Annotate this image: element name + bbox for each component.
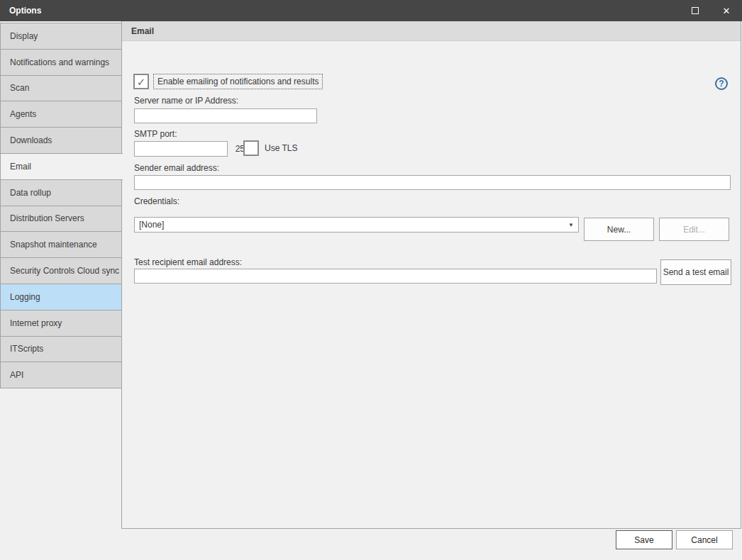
sidebar-item-email[interactable]: Email: [0, 153, 123, 180]
maximize-button[interactable]: [680, 0, 711, 21]
sidebar-item-cloud-sync[interactable]: Security Controls Cloud sync: [0, 257, 122, 284]
sidebar-item-notifications[interactable]: Notifications and warnings: [0, 49, 122, 76]
credentials-dropdown[interactable]: [None] ▼: [134, 217, 579, 233]
help-icon[interactable]: ?: [715, 77, 728, 90]
credentials-value: [None]: [139, 220, 164, 230]
sidebar-item-downloads[interactable]: Downloads: [0, 127, 122, 154]
close-icon: ✕: [723, 6, 731, 16]
credentials-label: Credentials:: [134, 196, 179, 206]
sidebar-item-display[interactable]: Display: [0, 23, 122, 50]
server-name-label: Server name or IP Address:: [134, 96, 238, 106]
use-tls-row: Use TLS: [243, 140, 297, 156]
enable-email-label[interactable]: Enable emailing of notifications and res…: [153, 74, 323, 89]
content-panel: Email ✓ Enable emailing of notifications…: [121, 21, 741, 529]
sidebar-item-snapshot-maintenance[interactable]: Snapshot maintenance: [0, 231, 122, 258]
enable-email-checkbox[interactable]: ✓: [133, 74, 149, 89]
new-credential-button[interactable]: New...: [584, 218, 654, 241]
edit-credential-button: Edit...: [659, 218, 729, 241]
server-name-input[interactable]: [134, 108, 317, 123]
window-controls: ✕: [680, 0, 742, 21]
use-tls-label: Use TLS: [265, 143, 297, 153]
sidebar: Display Notifications and warnings Scan …: [0, 23, 122, 388]
sidebar-item-logging[interactable]: Logging: [0, 284, 122, 310]
smtp-port-label: SMTP port:: [134, 129, 177, 139]
test-recipient-label: Test recipient email address:: [134, 257, 242, 267]
sidebar-item-data-rollup[interactable]: Data rollup: [0, 179, 122, 206]
sender-email-label: Sender email address:: [134, 163, 219, 173]
email-settings-form: ✓ Enable emailing of notifications and r…: [122, 41, 741, 527]
sender-email-input[interactable]: [134, 175, 731, 190]
sidebar-item-distribution-servers[interactable]: Distribution Servers: [0, 206, 122, 233]
sidebar-item-agents[interactable]: Agents: [0, 101, 122, 128]
check-icon: ✓: [137, 77, 146, 87]
window-title: Options: [0, 6, 41, 16]
sidebar-item-itscripts[interactable]: ITScripts: [0, 336, 122, 363]
maximize-icon: [692, 7, 699, 14]
save-button[interactable]: Save: [616, 530, 672, 549]
cancel-button[interactable]: Cancel: [676, 530, 733, 549]
smtp-port-spinner: ▲ ▼: [134, 141, 228, 157]
help-glyph: ?: [719, 79, 724, 89]
send-test-email-button[interactable]: Send a test email: [660, 259, 731, 285]
smtp-port-input[interactable]: [135, 142, 248, 156]
chevron-down-icon: ▼: [568, 222, 574, 228]
page-title: Email: [122, 21, 741, 41]
use-tls-checkbox[interactable]: [243, 140, 259, 156]
test-recipient-input[interactable]: [134, 269, 657, 284]
sidebar-item-internet-proxy[interactable]: Internet proxy: [0, 310, 122, 337]
close-button[interactable]: ✕: [711, 0, 742, 21]
titlebar: Options ✕: [0, 0, 742, 21]
sidebar-item-api[interactable]: API: [0, 362, 122, 388]
sidebar-item-scan[interactable]: Scan: [0, 75, 122, 102]
